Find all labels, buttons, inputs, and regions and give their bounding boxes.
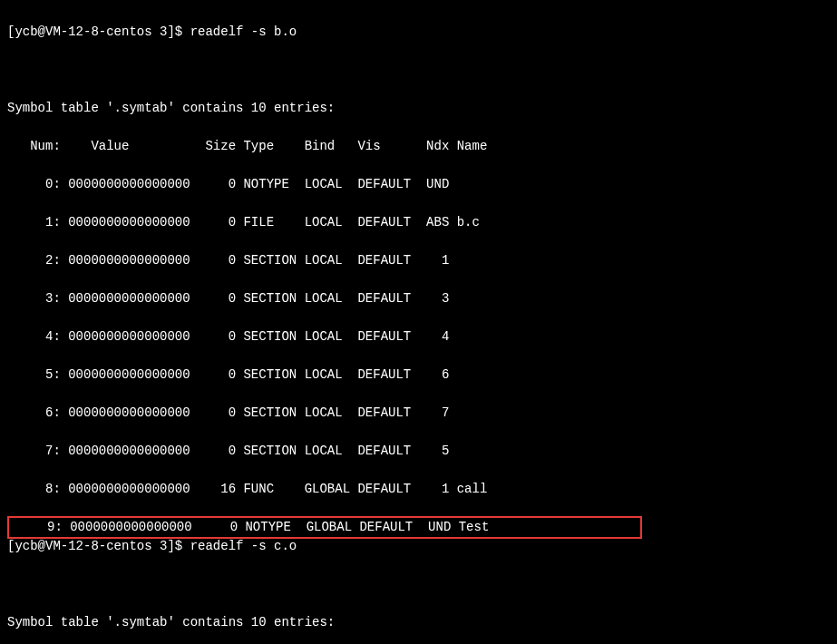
table-header-1: Num: Value Size Type Bind Vis Ndx Name (7, 137, 830, 156)
table-row: 2: 0000000000000000 0 SECTION LOCAL DEFA… (7, 251, 830, 270)
symbol-table-title-2: Symbol table '.symtab' contains 10 entri… (7, 613, 830, 632)
table-row: 7: 0000000000000000 0 SECTION LOCAL DEFA… (7, 442, 830, 461)
blank-line (7, 575, 830, 594)
symbol-table-title-1: Symbol table '.symtab' contains 10 entri… (7, 99, 830, 118)
terminal-output[interactable]: [ycb@VM-12-8-centos 3]$ readelf -s b.o S… (7, 4, 830, 644)
table-row: 5: 0000000000000000 0 SECTION LOCAL DEFA… (7, 366, 830, 385)
table-row: 1: 0000000000000000 0 FILE LOCAL DEFAULT… (7, 213, 830, 232)
table-row: 0: 0000000000000000 0 NOTYPE LOCAL DEFAU… (7, 175, 830, 194)
table-row: 6: 0000000000000000 0 SECTION LOCAL DEFA… (7, 404, 830, 423)
table-row: 4: 0000000000000000 0 SECTION LOCAL DEFA… (7, 327, 830, 346)
table-row-highlighted: 9: 0000000000000000 0 NOTYPE GLOBAL DEFA… (9, 518, 640, 537)
table-row: 8: 0000000000000000 16 FUNC GLOBAL DEFAU… (7, 480, 830, 499)
table-row: 3: 0000000000000000 0 SECTION LOCAL DEFA… (7, 289, 830, 308)
blank-line (7, 61, 830, 80)
highlighted-row-1: 9: 0000000000000000 0 NOTYPE GLOBAL DEFA… (7, 516, 642, 539)
command-prompt-2: [ycb@VM-12-8-centos 3]$ readelf -s c.o (7, 537, 830, 556)
command-prompt-1: [ycb@VM-12-8-centos 3]$ readelf -s b.o (7, 23, 830, 42)
